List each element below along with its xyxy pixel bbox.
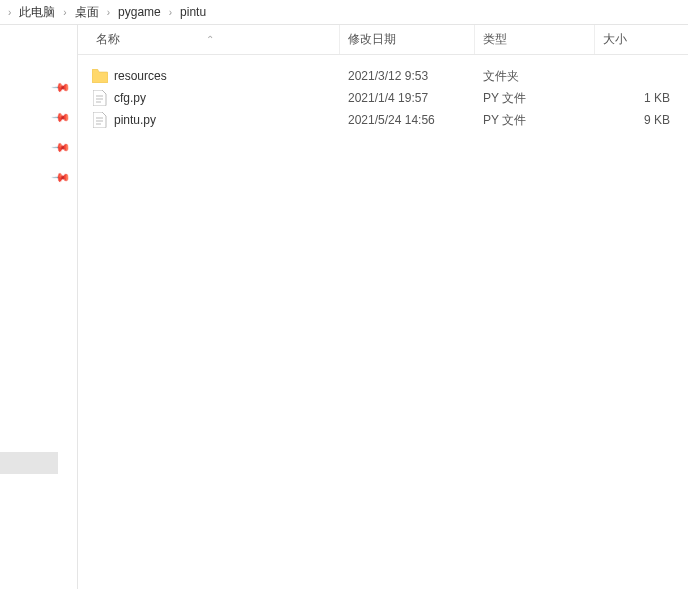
chevron-right-icon: › bbox=[165, 7, 176, 18]
breadcrumb: › 此电脑 › 桌面 › pygame › pintu bbox=[0, 0, 688, 25]
cell-size: 1 KB bbox=[595, 91, 688, 105]
file-name: pintu.py bbox=[114, 113, 156, 127]
cell-date: 2021/3/12 9:53 bbox=[340, 69, 475, 83]
list-item[interactable]: pintu.py 2021/5/24 14:56 PY 文件 9 KB bbox=[78, 109, 688, 131]
column-headers: 名称 ⌃ 修改日期 类型 大小 bbox=[78, 25, 688, 55]
cell-type: PY 文件 bbox=[475, 112, 595, 129]
column-header-type[interactable]: 类型 bbox=[475, 25, 595, 54]
file-icon bbox=[92, 112, 108, 128]
file-list: resources 2021/3/12 9:53 文件夹 cfg.py 2 bbox=[78, 55, 688, 131]
pin-icon[interactable]: 📌 bbox=[53, 138, 70, 155]
side-panel-item-selected[interactable] bbox=[0, 452, 58, 474]
cell-date: 2021/5/24 14:56 bbox=[340, 113, 475, 127]
chevron-right-icon: › bbox=[103, 7, 114, 18]
list-item[interactable]: cfg.py 2021/1/4 19:57 PY 文件 1 KB bbox=[78, 87, 688, 109]
column-label: 类型 bbox=[483, 31, 507, 48]
cell-name: pintu.py bbox=[78, 112, 340, 128]
cell-date: 2021/1/4 19:57 bbox=[340, 91, 475, 105]
sort-ascending-icon: ⌃ bbox=[206, 34, 214, 45]
breadcrumb-item[interactable]: 桌面 bbox=[71, 2, 103, 23]
column-header-size[interactable]: 大小 bbox=[595, 25, 688, 54]
column-label: 修改日期 bbox=[348, 31, 396, 48]
breadcrumb-item[interactable]: 此电脑 bbox=[15, 2, 59, 23]
main-area: 📌 📌 📌 📌 名称 ⌃ 修改日期 类型 大小 bbox=[0, 25, 688, 589]
breadcrumb-item[interactable]: pintu bbox=[176, 3, 210, 21]
cell-name: resources bbox=[78, 68, 340, 84]
cell-type: 文件夹 bbox=[475, 68, 595, 85]
folder-icon bbox=[92, 68, 108, 84]
content-panel: 名称 ⌃ 修改日期 类型 大小 reso bbox=[78, 25, 688, 589]
column-header-date[interactable]: 修改日期 bbox=[340, 25, 475, 54]
file-name: cfg.py bbox=[114, 91, 146, 105]
column-label: 大小 bbox=[603, 31, 627, 48]
file-name: resources bbox=[114, 69, 167, 83]
cell-name: cfg.py bbox=[78, 90, 340, 106]
breadcrumb-item[interactable]: pygame bbox=[114, 3, 165, 21]
chevron-right-icon: › bbox=[4, 7, 15, 18]
quick-access-pins: 📌 📌 📌 📌 bbox=[55, 80, 67, 182]
chevron-right-icon: › bbox=[59, 7, 70, 18]
pin-icon[interactable]: 📌 bbox=[53, 168, 70, 185]
list-item[interactable]: resources 2021/3/12 9:53 文件夹 bbox=[78, 65, 688, 87]
cell-type: PY 文件 bbox=[475, 90, 595, 107]
side-panel: 📌 📌 📌 📌 bbox=[0, 25, 78, 589]
file-icon bbox=[92, 90, 108, 106]
pin-icon[interactable]: 📌 bbox=[53, 108, 70, 125]
pin-icon[interactable]: 📌 bbox=[53, 78, 70, 95]
cell-size: 9 KB bbox=[595, 113, 688, 127]
column-label: 名称 bbox=[96, 31, 120, 48]
